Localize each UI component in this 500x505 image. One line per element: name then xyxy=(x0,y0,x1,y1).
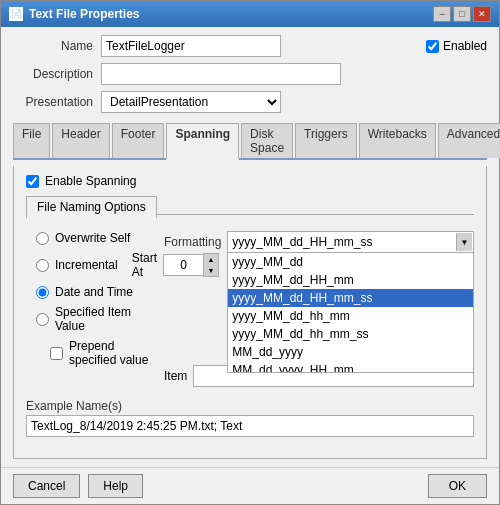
description-row: Description xyxy=(13,63,487,85)
minimize-button[interactable]: – xyxy=(433,6,451,22)
tab-file[interactable]: File xyxy=(13,123,50,158)
example-input[interactable] xyxy=(26,415,474,437)
radio-specified[interactable] xyxy=(36,313,49,326)
dropdown-item-3[interactable]: yyyy_MM_dd_hh_mm xyxy=(228,307,473,325)
sub-tab-file-naming[interactable]: File Naming Options xyxy=(26,196,157,219)
description-label: Description xyxy=(13,67,93,81)
window-icon: 📄 xyxy=(9,7,23,21)
tab-header[interactable]: Header xyxy=(52,123,109,158)
bottom-bar: Cancel Help OK xyxy=(1,467,499,504)
presentation-select[interactable]: DetailPresentation xyxy=(101,91,281,113)
dropdown-item-4[interactable]: yyyy_MM_dd_hh_mm_ss xyxy=(228,325,473,343)
sub-tab-bar: File Naming Options xyxy=(26,200,474,215)
maximize-button[interactable]: □ xyxy=(453,6,471,22)
window-title: Text File Properties xyxy=(29,7,139,21)
tab-spanning[interactable]: Spanning xyxy=(166,123,239,160)
datetime-label: Date and Time xyxy=(55,285,133,299)
formatting-select-wrap: ▼ yyyy_MM_dd yyyy_MM_dd_HH_mm yyyy_MM_dd… xyxy=(227,231,474,253)
overwrite-label: Overwrite Self xyxy=(55,231,130,245)
tab-diskspace[interactable]: Disk Space xyxy=(241,123,293,158)
tab-advanced[interactable]: Advanced xyxy=(438,123,500,158)
incremental-label: Incremental xyxy=(55,258,118,272)
example-section: Example Name(s) xyxy=(26,399,474,437)
tab-writebacks[interactable]: Writebacks xyxy=(359,123,436,158)
main-content: Name Enabled Description Presentation De… xyxy=(1,27,499,467)
radio-overwrite-row: Overwrite Self xyxy=(36,231,156,245)
enabled-checkbox-label[interactable]: Enabled xyxy=(426,39,487,53)
enable-spanning-row: Enable Spanning xyxy=(26,174,474,188)
formatting-input[interactable] xyxy=(227,231,474,253)
window: 📄 Text File Properties – □ ✕ Name Enable… xyxy=(0,0,500,505)
formatting-dropdown[interactable]: yyyy_MM_dd yyyy_MM_dd_HH_mm yyyy_MM_dd_H… xyxy=(227,253,474,373)
formatting-row: Formatting ▼ yyyy_MM_dd yyyy_MM_dd_HH_mm… xyxy=(164,231,474,253)
enable-spanning-label: Enable Spanning xyxy=(45,174,136,188)
example-label: Example Name(s) xyxy=(26,399,474,413)
radio-incremental-row: Incremental Start At ▲ ▼ xyxy=(36,251,156,279)
description-input[interactable] xyxy=(101,63,341,85)
tab-footer[interactable]: Footer xyxy=(112,123,165,158)
radio-incremental[interactable] xyxy=(36,259,49,272)
prepend-label: Prepend specified value xyxy=(69,339,156,367)
dropdown-item-0[interactable]: yyyy_MM_dd xyxy=(228,253,473,271)
dropdown-item-2[interactable]: yyyy_MM_dd_HH_mm_ss xyxy=(228,289,473,307)
radio-datetime[interactable] xyxy=(36,286,49,299)
spanning-tab-content: Enable Spanning File Naming Options Over… xyxy=(13,166,487,459)
prepend-checkbox[interactable] xyxy=(50,347,63,360)
radio-group: Overwrite Self Incremental Start At ▲ xyxy=(26,231,156,367)
item-label: Item xyxy=(164,369,187,383)
dropdown-item-1[interactable]: yyyy_MM_dd_HH_mm xyxy=(228,271,473,289)
presentation-label: Presentation xyxy=(13,95,93,109)
enabled-label: Enabled xyxy=(443,39,487,53)
dropdown-item-6[interactable]: MM_dd_yyyy_HH_mm xyxy=(228,361,473,373)
formatting-label: Formatting xyxy=(164,235,221,249)
dropdown-item-5[interactable]: MM_dd_yyyy xyxy=(228,343,473,361)
enabled-checkbox[interactable] xyxy=(426,40,439,53)
start-at-label: Start At xyxy=(132,251,157,279)
title-bar: 📄 Text File Properties – □ ✕ xyxy=(1,1,499,27)
radio-specified-row: Specified Item Value xyxy=(36,305,156,333)
prepend-row: Prepend specified value xyxy=(36,339,156,367)
name-input[interactable] xyxy=(101,35,281,57)
help-button[interactable]: Help xyxy=(88,474,143,498)
options-area: Overwrite Self Incremental Start At ▲ xyxy=(26,231,474,387)
name-label: Name xyxy=(13,39,93,53)
radio-overwrite[interactable] xyxy=(36,232,49,245)
presentation-row: Presentation DetailPresentation xyxy=(13,91,487,113)
enable-spanning-checkbox[interactable] xyxy=(26,175,39,188)
close-button[interactable]: ✕ xyxy=(473,6,491,22)
radio-datetime-row: Date and Time xyxy=(36,285,156,299)
tab-triggers[interactable]: Triggers xyxy=(295,123,357,158)
specified-label: Specified Item Value xyxy=(55,305,156,333)
ok-button[interactable]: OK xyxy=(428,474,487,498)
name-row: Name Enabled xyxy=(13,35,487,57)
cancel-button[interactable]: Cancel xyxy=(13,474,80,498)
tab-bar: File Header Footer Spanning Disk Space T… xyxy=(13,123,487,160)
